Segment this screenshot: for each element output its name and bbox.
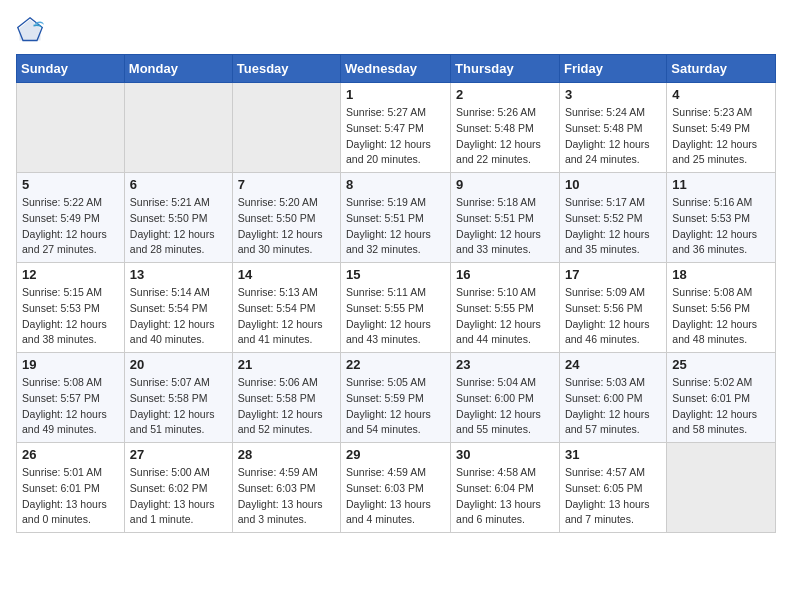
day-info: Sunrise: 5:14 AM Sunset: 5:54 PM Dayligh… [130, 285, 227, 348]
calendar-cell: 15Sunrise: 5:11 AM Sunset: 5:55 PM Dayli… [341, 263, 451, 353]
calendar-cell: 10Sunrise: 5:17 AM Sunset: 5:52 PM Dayli… [559, 173, 666, 263]
calendar-cell: 19Sunrise: 5:08 AM Sunset: 5:57 PM Dayli… [17, 353, 125, 443]
logo [16, 16, 48, 44]
day-number: 18 [672, 267, 770, 282]
day-info: Sunrise: 5:03 AM Sunset: 6:00 PM Dayligh… [565, 375, 661, 438]
day-info: Sunrise: 5:20 AM Sunset: 5:50 PM Dayligh… [238, 195, 335, 258]
day-number: 19 [22, 357, 119, 372]
day-number: 5 [22, 177, 119, 192]
calendar-cell: 25Sunrise: 5:02 AM Sunset: 6:01 PM Dayli… [667, 353, 776, 443]
calendar-cell: 28Sunrise: 4:59 AM Sunset: 6:03 PM Dayli… [232, 443, 340, 533]
day-number: 13 [130, 267, 227, 282]
calendar-cell: 21Sunrise: 5:06 AM Sunset: 5:58 PM Dayli… [232, 353, 340, 443]
calendar-week-3: 12Sunrise: 5:15 AM Sunset: 5:53 PM Dayli… [17, 263, 776, 353]
calendar-cell: 17Sunrise: 5:09 AM Sunset: 5:56 PM Dayli… [559, 263, 666, 353]
calendar-cell: 31Sunrise: 4:57 AM Sunset: 6:05 PM Dayli… [559, 443, 666, 533]
calendar-cell [17, 83, 125, 173]
day-info: Sunrise: 5:09 AM Sunset: 5:56 PM Dayligh… [565, 285, 661, 348]
day-number: 27 [130, 447, 227, 462]
calendar-cell: 2Sunrise: 5:26 AM Sunset: 5:48 PM Daylig… [451, 83, 560, 173]
day-number: 2 [456, 87, 554, 102]
logo-icon [16, 16, 44, 44]
calendar-cell: 18Sunrise: 5:08 AM Sunset: 5:56 PM Dayli… [667, 263, 776, 353]
day-info: Sunrise: 5:27 AM Sunset: 5:47 PM Dayligh… [346, 105, 445, 168]
calendar-week-4: 19Sunrise: 5:08 AM Sunset: 5:57 PM Dayli… [17, 353, 776, 443]
calendar-week-5: 26Sunrise: 5:01 AM Sunset: 6:01 PM Dayli… [17, 443, 776, 533]
calendar-cell: 24Sunrise: 5:03 AM Sunset: 6:00 PM Dayli… [559, 353, 666, 443]
day-info: Sunrise: 5:22 AM Sunset: 5:49 PM Dayligh… [22, 195, 119, 258]
day-number: 28 [238, 447, 335, 462]
day-number: 17 [565, 267, 661, 282]
calendar-cell: 29Sunrise: 4:59 AM Sunset: 6:03 PM Dayli… [341, 443, 451, 533]
day-number: 10 [565, 177, 661, 192]
day-info: Sunrise: 5:05 AM Sunset: 5:59 PM Dayligh… [346, 375, 445, 438]
day-info: Sunrise: 5:19 AM Sunset: 5:51 PM Dayligh… [346, 195, 445, 258]
day-number: 20 [130, 357, 227, 372]
calendar-cell: 26Sunrise: 5:01 AM Sunset: 6:01 PM Dayli… [17, 443, 125, 533]
day-info: Sunrise: 5:26 AM Sunset: 5:48 PM Dayligh… [456, 105, 554, 168]
day-info: Sunrise: 5:18 AM Sunset: 5:51 PM Dayligh… [456, 195, 554, 258]
day-info: Sunrise: 5:07 AM Sunset: 5:58 PM Dayligh… [130, 375, 227, 438]
day-info: Sunrise: 4:57 AM Sunset: 6:05 PM Dayligh… [565, 465, 661, 528]
weekday-header-thursday: Thursday [451, 55, 560, 83]
day-number: 4 [672, 87, 770, 102]
calendar-cell: 22Sunrise: 5:05 AM Sunset: 5:59 PM Dayli… [341, 353, 451, 443]
calendar-cell: 12Sunrise: 5:15 AM Sunset: 5:53 PM Dayli… [17, 263, 125, 353]
calendar-table: SundayMondayTuesdayWednesdayThursdayFrid… [16, 54, 776, 533]
day-info: Sunrise: 5:08 AM Sunset: 5:56 PM Dayligh… [672, 285, 770, 348]
day-info: Sunrise: 5:17 AM Sunset: 5:52 PM Dayligh… [565, 195, 661, 258]
calendar-cell [124, 83, 232, 173]
day-info: Sunrise: 4:59 AM Sunset: 6:03 PM Dayligh… [238, 465, 335, 528]
day-number: 14 [238, 267, 335, 282]
day-info: Sunrise: 5:21 AM Sunset: 5:50 PM Dayligh… [130, 195, 227, 258]
calendar-cell [232, 83, 340, 173]
day-info: Sunrise: 5:04 AM Sunset: 6:00 PM Dayligh… [456, 375, 554, 438]
day-number: 24 [565, 357, 661, 372]
day-number: 25 [672, 357, 770, 372]
calendar-cell: 23Sunrise: 5:04 AM Sunset: 6:00 PM Dayli… [451, 353, 560, 443]
calendar-cell: 16Sunrise: 5:10 AM Sunset: 5:55 PM Dayli… [451, 263, 560, 353]
calendar-header: SundayMondayTuesdayWednesdayThursdayFrid… [17, 55, 776, 83]
day-number: 11 [672, 177, 770, 192]
day-number: 31 [565, 447, 661, 462]
day-number: 16 [456, 267, 554, 282]
calendar-cell: 4Sunrise: 5:23 AM Sunset: 5:49 PM Daylig… [667, 83, 776, 173]
day-number: 7 [238, 177, 335, 192]
calendar-cell: 5Sunrise: 5:22 AM Sunset: 5:49 PM Daylig… [17, 173, 125, 263]
day-number: 6 [130, 177, 227, 192]
day-info: Sunrise: 5:24 AM Sunset: 5:48 PM Dayligh… [565, 105, 661, 168]
page-header [16, 16, 776, 44]
day-number: 1 [346, 87, 445, 102]
day-info: Sunrise: 5:00 AM Sunset: 6:02 PM Dayligh… [130, 465, 227, 528]
weekday-header-wednesday: Wednesday [341, 55, 451, 83]
calendar-cell: 14Sunrise: 5:13 AM Sunset: 5:54 PM Dayli… [232, 263, 340, 353]
day-info: Sunrise: 4:59 AM Sunset: 6:03 PM Dayligh… [346, 465, 445, 528]
calendar-cell: 9Sunrise: 5:18 AM Sunset: 5:51 PM Daylig… [451, 173, 560, 263]
day-number: 21 [238, 357, 335, 372]
day-number: 3 [565, 87, 661, 102]
calendar-cell: 13Sunrise: 5:14 AM Sunset: 5:54 PM Dayli… [124, 263, 232, 353]
calendar-cell: 11Sunrise: 5:16 AM Sunset: 5:53 PM Dayli… [667, 173, 776, 263]
calendar-cell: 30Sunrise: 4:58 AM Sunset: 6:04 PM Dayli… [451, 443, 560, 533]
weekday-header-saturday: Saturday [667, 55, 776, 83]
calendar-cell: 6Sunrise: 5:21 AM Sunset: 5:50 PM Daylig… [124, 173, 232, 263]
calendar-cell: 27Sunrise: 5:00 AM Sunset: 6:02 PM Dayli… [124, 443, 232, 533]
day-number: 8 [346, 177, 445, 192]
calendar-cell: 8Sunrise: 5:19 AM Sunset: 5:51 PM Daylig… [341, 173, 451, 263]
calendar-cell: 7Sunrise: 5:20 AM Sunset: 5:50 PM Daylig… [232, 173, 340, 263]
day-info: Sunrise: 5:10 AM Sunset: 5:55 PM Dayligh… [456, 285, 554, 348]
day-number: 22 [346, 357, 445, 372]
day-number: 23 [456, 357, 554, 372]
weekday-header-friday: Friday [559, 55, 666, 83]
weekday-header-tuesday: Tuesday [232, 55, 340, 83]
day-info: Sunrise: 5:13 AM Sunset: 5:54 PM Dayligh… [238, 285, 335, 348]
calendar-cell: 20Sunrise: 5:07 AM Sunset: 5:58 PM Dayli… [124, 353, 232, 443]
day-info: Sunrise: 5:08 AM Sunset: 5:57 PM Dayligh… [22, 375, 119, 438]
day-number: 26 [22, 447, 119, 462]
calendar-week-1: 1Sunrise: 5:27 AM Sunset: 5:47 PM Daylig… [17, 83, 776, 173]
calendar-cell [667, 443, 776, 533]
day-info: Sunrise: 5:01 AM Sunset: 6:01 PM Dayligh… [22, 465, 119, 528]
weekday-header-sunday: Sunday [17, 55, 125, 83]
day-number: 12 [22, 267, 119, 282]
calendar-cell: 3Sunrise: 5:24 AM Sunset: 5:48 PM Daylig… [559, 83, 666, 173]
